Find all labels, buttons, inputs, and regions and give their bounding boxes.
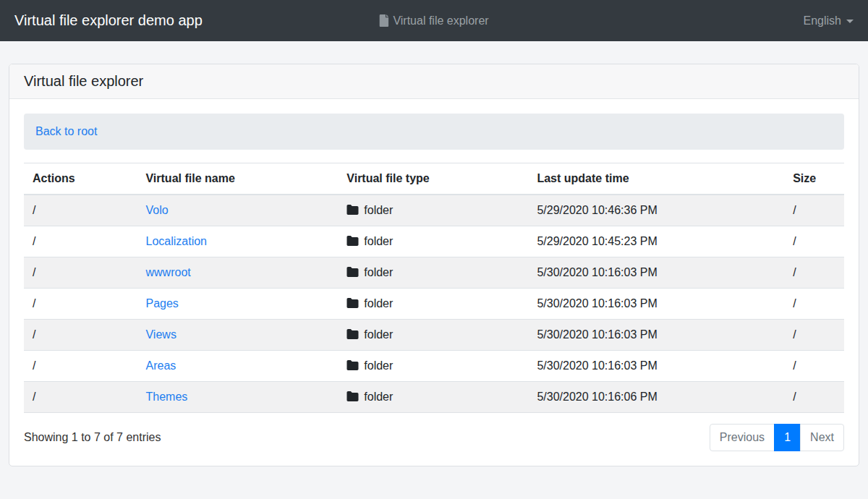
file-size: / bbox=[784, 382, 844, 413]
table-row: / Views folder 5/30/2020 10:16:03 PM / bbox=[24, 320, 844, 351]
page-content: Virtual file explorer Back to root Actio… bbox=[0, 41, 868, 466]
column-header-name: Virtual file name bbox=[137, 163, 338, 195]
row-actions: / bbox=[24, 257, 137, 289]
file-size: / bbox=[784, 289, 844, 320]
folder-icon bbox=[346, 298, 359, 308]
column-header-size: Size bbox=[784, 163, 844, 195]
card-header: Virtual file explorer bbox=[9, 64, 859, 99]
file-type-label: folder bbox=[364, 297, 393, 310]
folder-icon bbox=[346, 360, 359, 370]
folder-icon bbox=[346, 329, 359, 339]
file-type-label: folder bbox=[364, 235, 393, 247]
table-header-row: Actions Virtual file name Virtual file t… bbox=[24, 163, 844, 195]
folder-icon bbox=[346, 391, 359, 401]
row-actions: / bbox=[24, 320, 137, 351]
file-type-label: folder bbox=[364, 391, 393, 403]
nav-link-label: Virtual file explorer bbox=[393, 14, 488, 27]
folder-icon bbox=[346, 267, 359, 277]
file-size: / bbox=[784, 257, 844, 289]
column-header-type: Virtual file type bbox=[338, 163, 528, 195]
file-name-link[interactable]: Views bbox=[145, 328, 176, 341]
table-row: / wwwroot folder 5/30/2020 10:16:03 PM / bbox=[24, 257, 844, 289]
file-name-link[interactable]: wwwroot bbox=[145, 266, 190, 278]
file-explorer-card: Virtual file explorer Back to root Actio… bbox=[9, 64, 859, 466]
file-type-label: folder bbox=[364, 328, 393, 341]
last-update-time: 5/30/2020 10:16:03 PM bbox=[528, 289, 784, 320]
last-update-time: 5/30/2020 10:16:03 PM bbox=[528, 320, 784, 351]
table-row: / Themes folder 5/30/2020 10:16:06 PM / bbox=[24, 382, 844, 413]
table-body: / Volo folder 5/29/2020 10:46:36 PM / / … bbox=[24, 195, 844, 413]
file-name-link[interactable]: Localization bbox=[145, 235, 207, 247]
file-name-link[interactable]: Themes bbox=[145, 391, 187, 403]
next-page-button[interactable]: Next bbox=[800, 424, 844, 451]
last-update-time: 5/30/2020 10:16:06 PM bbox=[528, 382, 784, 413]
folder-icon bbox=[346, 205, 359, 215]
file-size: / bbox=[784, 195, 844, 226]
table-footer: Showing 1 to 7 of 7 entries Previous 1 N… bbox=[24, 424, 844, 451]
back-to-root-link[interactable]: Back to root bbox=[35, 125, 97, 137]
page-1-button[interactable]: 1 bbox=[774, 424, 801, 451]
last-update-time: 5/29/2020 10:46:36 PM bbox=[528, 195, 784, 226]
file-name-link[interactable]: Volo bbox=[145, 204, 168, 216]
row-actions: / bbox=[24, 226, 137, 257]
top-navbar: Virtual file explorer demo app Virtual f… bbox=[0, 0, 868, 41]
language-dropdown[interactable]: English bbox=[804, 14, 854, 27]
row-actions: / bbox=[24, 195, 137, 226]
pagination-previous-item: Previous bbox=[710, 424, 775, 451]
file-type-label: folder bbox=[364, 266, 393, 278]
row-actions: / bbox=[24, 351, 137, 382]
table-row: / Pages folder 5/30/2020 10:16:03 PM / bbox=[24, 289, 844, 320]
last-update-time: 5/30/2020 10:16:03 PM bbox=[528, 257, 784, 289]
file-name-link[interactable]: Pages bbox=[145, 297, 178, 310]
previous-page-button[interactable]: Previous bbox=[710, 424, 775, 451]
file-type-label: folder bbox=[364, 204, 393, 216]
table-row: / Areas folder 5/30/2020 10:16:03 PM / bbox=[24, 351, 844, 382]
table-row: / Volo folder 5/29/2020 10:46:36 PM / bbox=[24, 195, 844, 226]
last-update-time: 5/29/2020 10:45:23 PM bbox=[528, 226, 784, 257]
pagination: Previous 1 Next bbox=[710, 424, 844, 451]
row-actions: / bbox=[24, 382, 137, 413]
file-type-label: folder bbox=[364, 359, 393, 372]
file-table: Actions Virtual file name Virtual file t… bbox=[24, 163, 844, 413]
file-name-link[interactable]: Areas bbox=[145, 359, 176, 372]
breadcrumb-bar: Back to root bbox=[24, 114, 844, 150]
pagination-next-item: Next bbox=[801, 424, 844, 451]
folder-icon bbox=[346, 236, 359, 246]
file-icon bbox=[379, 14, 388, 27]
language-label: English bbox=[804, 14, 841, 27]
last-update-time: 5/30/2020 10:16:03 PM bbox=[528, 351, 784, 382]
column-header-time: Last update time bbox=[528, 163, 784, 195]
pagination-page-item: 1 bbox=[775, 424, 801, 451]
row-actions: / bbox=[24, 289, 137, 320]
app-brand[interactable]: Virtual file explorer demo app bbox=[14, 12, 203, 29]
file-size: / bbox=[784, 351, 844, 382]
file-size: / bbox=[784, 320, 844, 351]
column-header-actions: Actions bbox=[24, 163, 137, 195]
nav-link-virtual-file-explorer[interactable]: Virtual file explorer bbox=[379, 14, 488, 27]
file-size: / bbox=[784, 226, 844, 257]
entries-info: Showing 1 to 7 of 7 entries bbox=[24, 431, 161, 444]
table-row: / Localization folder 5/29/2020 10:45:23… bbox=[24, 226, 844, 257]
chevron-down-icon bbox=[846, 20, 854, 23]
page-title: Virtual file explorer bbox=[24, 73, 143, 89]
card-body: Back to root Actions Virtual file name V… bbox=[9, 99, 859, 466]
